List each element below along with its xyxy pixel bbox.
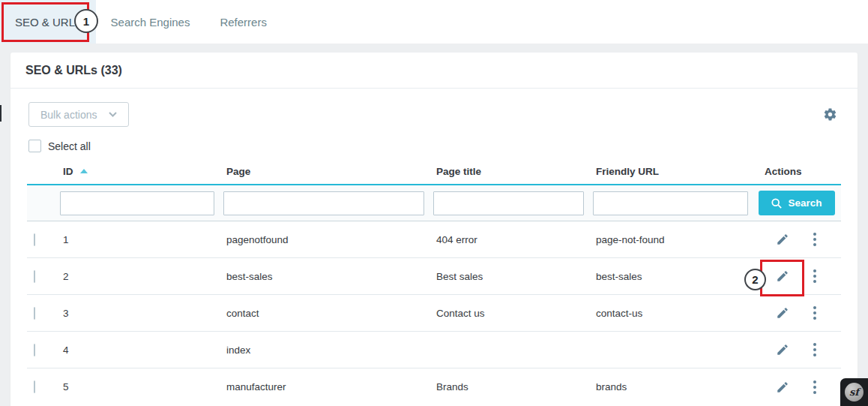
edit-button[interactable] [776, 380, 789, 394]
tab-referrers[interactable]: Referrers [205, 0, 282, 44]
cell-page-title: Contact us [433, 308, 593, 319]
row-checkbox[interactable] [34, 307, 35, 320]
page-tabs: SEO & URLs Search Engines Referrers [0, 0, 868, 44]
filter-input-friendly-url[interactable] [593, 191, 748, 215]
cell-id: 4 [60, 344, 223, 356]
cell-page-title: Brands [433, 381, 593, 392]
cell-page: contact [223, 308, 433, 319]
cell-friendly-url: brands [593, 381, 757, 392]
edit-pencil-icon [776, 233, 789, 246]
kebab-menu-icon [812, 379, 818, 395]
cell-id: 3 [60, 308, 223, 319]
select-all-checkbox[interactable] [28, 140, 41, 152]
table-row: 1 pagenotfound 404 error page-not-found [27, 221, 841, 258]
row-checkbox[interactable] [34, 380, 35, 393]
column-header-id[interactable]: ID [60, 166, 223, 177]
kebab-menu-icon [812, 341, 818, 358]
cell-page: pagenotfound [223, 234, 433, 245]
annotation-highlight-edit [760, 260, 804, 296]
cell-page: best-sales [223, 271, 433, 282]
bulk-actions-label: Bulk actions [40, 109, 97, 121]
sort-asc-icon [80, 169, 88, 173]
cell-page: index [223, 344, 433, 356]
column-header-page: Page [223, 166, 433, 177]
table-filter-row: Search [27, 185, 841, 221]
filter-input-page[interactable] [223, 191, 424, 215]
row-menu-button[interactable] [812, 305, 818, 321]
row-checkbox[interactable] [34, 344, 35, 356]
select-all-row: Select all [28, 140, 858, 152]
search-button[interactable]: Search [759, 191, 835, 215]
cell-id: 5 [60, 381, 223, 392]
kebab-menu-icon [812, 305, 818, 321]
table-header-row: ID Page Page title Friendly URL Actions [27, 158, 841, 185]
edit-pencil-icon [776, 343, 789, 356]
table-row: 2 best-sales Best sales best-sales [27, 258, 841, 295]
table-toolbar: Bulk actions [10, 89, 858, 127]
cell-id: 2 [60, 271, 223, 282]
symfony-profiler-icon: sf [845, 383, 864, 401]
row-checkbox[interactable] [34, 233, 35, 246]
edit-button[interactable] [776, 343, 789, 356]
table-row: 3 contact Contact us contact-us [27, 295, 841, 332]
annotation-step-2: 2 [744, 269, 766, 290]
symfony-profiler-button[interactable]: sf [840, 378, 868, 406]
panel-title: SEO & URLs (33) [25, 64, 122, 77]
column-header-actions: Actions [757, 166, 841, 177]
column-header-friendly-url: Friendly URL [593, 166, 757, 177]
seo-urls-admin-page: { "tabs": { "items": [ { "label": "SEO &… [0, 0, 868, 406]
select-all-label: Select all [48, 140, 91, 152]
filter-input-id[interactable] [60, 191, 214, 215]
search-icon [771, 198, 782, 209]
column-header-page-title: Page title [433, 166, 593, 177]
cell-id: 1 [60, 234, 223, 245]
filter-input-page-title[interactable] [433, 191, 584, 215]
row-menu-button[interactable] [812, 268, 818, 284]
chevron-down-icon [109, 112, 117, 117]
panel-header: SEO & URLs (33) [10, 53, 858, 89]
edit-pencil-icon [776, 380, 789, 394]
annotation-step-1: 1 [74, 9, 98, 33]
row-menu-button[interactable] [812, 231, 818, 248]
kebab-menu-icon [812, 268, 818, 284]
edit-button[interactable] [776, 306, 789, 320]
cell-page-title: 404 error [433, 234, 593, 245]
viewport-edge-artifact [0, 105, 1, 122]
gear-icon [823, 107, 837, 122]
edit-button[interactable] [776, 233, 789, 246]
cell-friendly-url: page-not-found [593, 234, 757, 245]
table-row: 4 index [27, 332, 841, 368]
table-settings-button[interactable] [823, 107, 837, 122]
cell-page: manufacturer [223, 381, 433, 392]
cell-friendly-url: contact-us [593, 308, 757, 319]
row-checkbox[interactable] [34, 270, 35, 283]
bulk-actions-button[interactable]: Bulk actions [28, 102, 129, 127]
table-row: 5 manufacturer Brands brands [27, 368, 841, 405]
tab-search-engines[interactable]: Search Engines [96, 0, 205, 44]
cell-page-title: Best sales [433, 271, 593, 282]
seo-urls-table: ID Page Page title Friendly URL Actions … [27, 158, 841, 405]
edit-pencil-icon [776, 306, 789, 320]
cell-friendly-url: best-sales [593, 271, 757, 282]
kebab-menu-icon [812, 231, 818, 248]
row-menu-button[interactable] [812, 341, 818, 358]
row-menu-button[interactable] [812, 379, 818, 395]
seo-urls-panel: SEO & URLs (33) Bulk actions Select all … [10, 53, 858, 406]
